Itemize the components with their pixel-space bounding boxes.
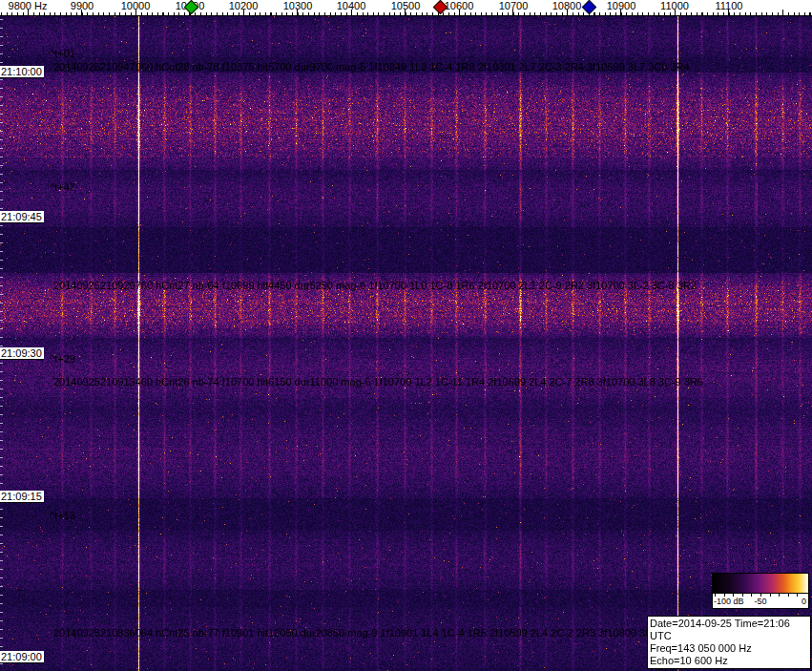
legend-label-min: -100 dB (714, 597, 744, 607)
waterfall-spectrogram[interactable] (0, 15, 812, 671)
amplitude-legend: -100 dB -50 0 (712, 573, 809, 609)
info-line-date: Date=2014-09-25 Time=21:06 UTC (650, 618, 808, 642)
info-line-echo: Echo=10 600 Hz (650, 655, 808, 667)
ruler-major-ticks (28, 10, 812, 15)
frequency-ruler[interactable]: 9800 Hz 9900 10000 10100 10200 10300 104… (0, 0, 812, 16)
info-box: Date=2014-09-25 Time=21:06 UTC Freq=143 … (647, 616, 811, 669)
legend-label-mid: -50 (754, 597, 766, 607)
info-line-callsign: HPHK (650, 667, 808, 671)
amplitude-scale: -100 dB -50 0 (713, 594, 808, 608)
spectrum-lab-window: 9800 Hz 9900 10000 10100 10200 10300 104… (0, 0, 812, 671)
amplitude-gradient-bar[interactable] (713, 574, 808, 594)
info-line-freq: Freq=143 050 000 Hz (650, 642, 808, 655)
legend-label-max: 0 (802, 597, 806, 607)
